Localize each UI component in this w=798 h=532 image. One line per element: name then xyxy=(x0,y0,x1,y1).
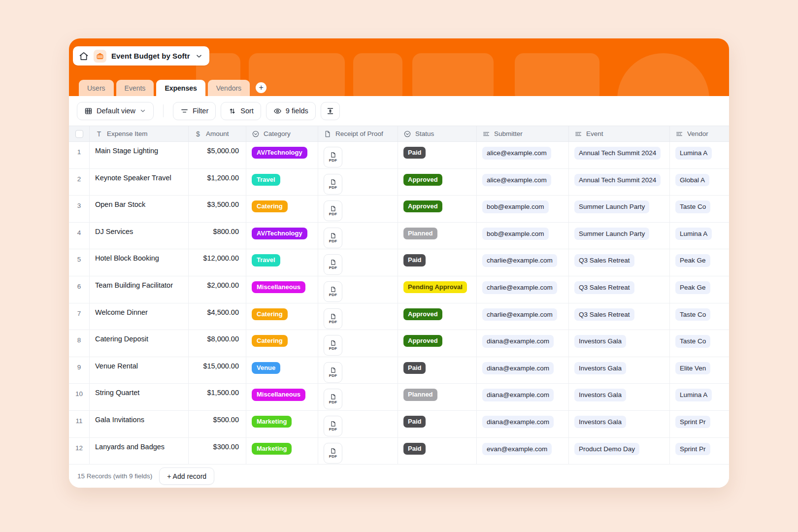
cell-amount[interactable]: $12,000.00 xyxy=(189,249,246,276)
tab-vendors[interactable]: Vendors xyxy=(208,80,250,96)
cell-amount[interactable]: $500.00 xyxy=(189,411,246,437)
row-number[interactable]: 2 xyxy=(69,169,90,196)
cell-vendor[interactable]: Peak Ge xyxy=(670,249,729,276)
row-number[interactable]: 5 xyxy=(69,249,90,276)
row-number[interactable]: 3 xyxy=(69,196,90,222)
cell-status[interactable]: Approved xyxy=(398,303,477,330)
pdf-attachment[interactable]: PDF xyxy=(324,254,342,275)
pdf-attachment[interactable]: PDF xyxy=(324,389,342,409)
cell-event[interactable]: Investors Gala xyxy=(569,330,670,357)
cell-expense-item[interactable]: Team Building Facilitator xyxy=(90,276,189,303)
cell-vendor[interactable]: Taste Co xyxy=(670,196,729,222)
cell-submitter[interactable]: charlie@example.com xyxy=(477,303,569,330)
cell-status[interactable]: Approved xyxy=(398,169,477,196)
cell-expense-item[interactable]: Keynote Speaker Travel xyxy=(90,169,189,196)
cell-receipt-of-proof[interactable]: PDF xyxy=(318,438,398,465)
pdf-attachment[interactable]: PDF xyxy=(324,174,342,195)
cell-category[interactable]: Travel xyxy=(246,169,318,196)
cell-vendor[interactable]: Lumina A xyxy=(670,223,729,249)
filter-button[interactable]: Filter xyxy=(173,102,216,120)
base-switcher[interactable]: Event Budget by Softr xyxy=(73,46,209,66)
cell-vendor[interactable]: Taste Co xyxy=(670,303,729,330)
row-height-button[interactable] xyxy=(321,102,340,120)
cell-amount[interactable]: $5,000.00 xyxy=(189,142,246,168)
cell-category[interactable]: AV/Technology xyxy=(246,142,318,168)
fields-button[interactable]: 9 fields xyxy=(266,102,316,120)
tab-expenses[interactable]: Expenses xyxy=(156,80,205,96)
header-select-all[interactable] xyxy=(69,126,90,141)
cell-vendor[interactable]: Sprint Pr xyxy=(670,411,729,437)
column-header-vendor[interactable]: Vendor xyxy=(670,126,729,141)
cell-submitter[interactable]: alice@example.com xyxy=(477,142,569,168)
cell-event[interactable]: Product Demo Day xyxy=(569,438,670,465)
cell-status[interactable]: Planned xyxy=(398,223,477,249)
cell-amount[interactable]: $800.00 xyxy=(189,223,246,249)
cell-category[interactable]: Catering xyxy=(246,196,318,222)
pdf-attachment[interactable]: PDF xyxy=(324,416,342,436)
column-header-status[interactable]: Status xyxy=(398,126,477,141)
row-number[interactable]: 12 xyxy=(69,438,90,465)
cell-vendor[interactable]: Taste Co xyxy=(670,330,729,357)
cell-submitter[interactable]: charlie@example.com xyxy=(477,276,569,303)
pdf-attachment[interactable]: PDF xyxy=(324,335,342,356)
cell-receipt-of-proof[interactable]: PDF xyxy=(318,169,398,196)
tab-events[interactable]: Events xyxy=(116,80,154,96)
cell-event[interactable]: Annual Tech Summit 2024 xyxy=(569,169,670,196)
cell-category[interactable]: Catering xyxy=(246,303,318,330)
cell-event[interactable]: Investors Gala xyxy=(569,411,670,437)
cell-vendor[interactable]: Lumina A xyxy=(670,384,729,410)
cell-category[interactable]: Miscellaneous xyxy=(246,276,318,303)
cell-category[interactable]: Venue xyxy=(246,357,318,384)
cell-submitter[interactable]: diana@example.com xyxy=(477,411,569,437)
cell-category[interactable]: Travel xyxy=(246,249,318,276)
row-number[interactable]: 9 xyxy=(69,357,90,384)
select-all-checkbox[interactable] xyxy=(75,130,83,138)
cell-category[interactable]: Marketing xyxy=(246,411,318,437)
cell-status[interactable]: Paid xyxy=(398,357,477,384)
cell-event[interactable]: Summer Launch Party xyxy=(569,223,670,249)
cell-expense-item[interactable]: Venue Rental xyxy=(90,357,189,384)
pdf-attachment[interactable]: PDF xyxy=(324,281,342,302)
add-record-button[interactable]: + Add record xyxy=(159,467,214,485)
view-selector-button[interactable]: Default view xyxy=(77,102,154,120)
cell-expense-item[interactable]: Main Stage Lighting xyxy=(90,142,189,168)
cell-expense-item[interactable]: String Quartet xyxy=(90,384,189,410)
cell-status[interactable]: Pending Approval xyxy=(398,276,477,303)
pdf-attachment[interactable]: PDF xyxy=(324,200,342,221)
pdf-attachment[interactable]: PDF xyxy=(324,228,342,248)
pdf-attachment[interactable]: PDF xyxy=(324,308,342,329)
cell-submitter[interactable]: diana@example.com xyxy=(477,357,569,384)
cell-category[interactable]: AV/Technology xyxy=(246,223,318,249)
cell-event[interactable]: Summer Launch Party xyxy=(569,196,670,222)
cell-submitter[interactable]: charlie@example.com xyxy=(477,249,569,276)
column-header-receipt-of-proof[interactable]: Receipt of Proof xyxy=(318,126,398,141)
column-header-expense-item[interactable]: T Expense Item xyxy=(90,126,189,141)
row-number[interactable]: 6 xyxy=(69,276,90,303)
row-number[interactable]: 8 xyxy=(69,330,90,357)
row-number[interactable]: 10 xyxy=(69,384,90,410)
cell-amount[interactable]: $8,000.00 xyxy=(189,330,246,357)
cell-vendor[interactable]: Lumina A xyxy=(670,142,729,168)
cell-expense-item[interactable]: Open Bar Stock xyxy=(90,196,189,222)
cell-receipt-of-proof[interactable]: PDF xyxy=(318,357,398,384)
row-number[interactable]: 11 xyxy=(69,411,90,437)
sort-button[interactable]: Sort xyxy=(221,102,261,120)
column-header-amount[interactable]: $ Amount xyxy=(189,126,246,141)
cell-event[interactable]: Q3 Sales Retreat xyxy=(569,276,670,303)
cell-vendor[interactable]: Global A xyxy=(670,169,729,196)
cell-status[interactable]: Approved xyxy=(398,196,477,222)
row-number[interactable]: 1 xyxy=(69,142,90,168)
cell-event[interactable]: Q3 Sales Retreat xyxy=(569,249,670,276)
cell-submitter[interactable]: diana@example.com xyxy=(477,384,569,410)
home-icon[interactable] xyxy=(79,51,89,61)
cell-status[interactable]: Paid xyxy=(398,142,477,168)
cell-expense-item[interactable]: Catering Deposit xyxy=(90,330,189,357)
cell-expense-item[interactable]: DJ Services xyxy=(90,223,189,249)
cell-expense-item[interactable]: Welcome Dinner xyxy=(90,303,189,330)
pdf-attachment[interactable]: PDF xyxy=(324,443,342,464)
pdf-attachment[interactable]: PDF xyxy=(324,147,342,167)
cell-receipt-of-proof[interactable]: PDF xyxy=(318,303,398,330)
cell-submitter[interactable]: evan@example.com xyxy=(477,438,569,465)
tab-users[interactable]: Users xyxy=(79,80,114,96)
cell-submitter[interactable]: bob@example.com xyxy=(477,223,569,249)
